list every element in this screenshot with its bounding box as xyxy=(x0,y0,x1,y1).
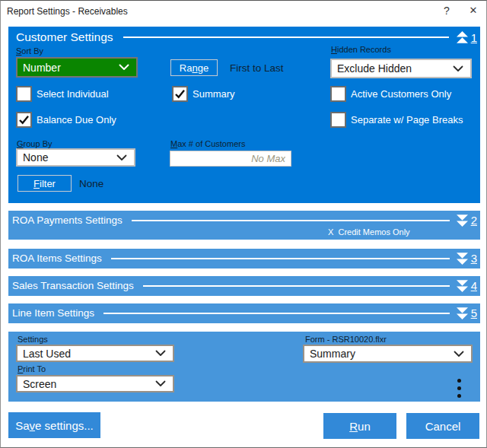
select-individual-checkbox[interactable]: Select Individual xyxy=(16,85,109,102)
sort-by-label: Sort By xyxy=(16,46,43,56)
header-rule xyxy=(132,220,450,221)
chevron-down-icon xyxy=(116,154,127,161)
header-rule xyxy=(111,258,450,259)
line-item-panel: Line Item Settings 5 xyxy=(8,303,480,323)
max-customers-input[interactable] xyxy=(170,151,291,167)
filter-button[interactable]: Filter xyxy=(18,175,72,192)
hidden-records-value: Exclude Hidden xyxy=(332,62,453,75)
roa-items-header[interactable]: ROA Items Settings 3 xyxy=(8,249,480,265)
dot xyxy=(457,379,461,383)
window-title: Report Settings - Receivables xyxy=(7,6,128,17)
checkbox-box[interactable] xyxy=(16,86,32,102)
print-to-value: Screen xyxy=(18,378,155,390)
roa-payments-panel: ROA Payments Settings 2 X Credit Memos O… xyxy=(8,211,480,240)
settings-select[interactable]: Last Used xyxy=(16,345,174,362)
cancel-button[interactable]: Cancel xyxy=(406,413,479,439)
sort-by-select[interactable]: Number xyxy=(16,57,138,78)
filter-value: None xyxy=(79,178,103,189)
section-number[interactable]: 4 xyxy=(471,279,477,292)
expand-icon[interactable] xyxy=(456,214,469,227)
chevron-down-icon xyxy=(155,380,166,387)
roa-payments-summary-note: X Credit Memos Only xyxy=(328,227,410,237)
button-label: Save settings... xyxy=(15,419,94,432)
summary-checkbox[interactable]: Summary xyxy=(172,85,235,102)
dot xyxy=(457,386,461,390)
button-label: Run xyxy=(349,420,371,433)
group-by-select[interactable]: None xyxy=(16,148,135,167)
sort-by-value: Number xyxy=(18,62,119,74)
form-select[interactable]: Summary xyxy=(303,345,473,363)
section-title: Sales Transaction Settings xyxy=(12,280,134,291)
help-icon[interactable]: ? xyxy=(437,3,457,18)
section-number[interactable]: 5 xyxy=(471,307,477,319)
button-label: Range xyxy=(180,62,208,74)
expand-icon[interactable] xyxy=(456,253,469,265)
sales-transaction-panel: Sales Transaction Settings 4 xyxy=(8,276,480,296)
form-value: Summary xyxy=(304,348,454,360)
customer-settings-panel: Customer Settings 1 Sort By Number Range… xyxy=(8,27,480,203)
close-icon[interactable]: ✕ xyxy=(463,3,483,18)
settings-label: Settings xyxy=(18,335,48,344)
button-label: Filter xyxy=(33,178,56,189)
sales-transaction-header[interactable]: Sales Transaction Settings 4 xyxy=(8,276,480,292)
expand-icon[interactable] xyxy=(456,307,469,319)
print-to-label: Print To xyxy=(18,364,46,373)
section-title: ROA Items Settings xyxy=(12,253,102,264)
chevron-down-icon xyxy=(453,65,463,72)
range-value: First to Last xyxy=(230,62,284,74)
section-number[interactable]: 3 xyxy=(471,252,477,265)
checkmark-icon xyxy=(18,114,30,126)
report-settings-dialog: Report Settings - Receivables ? ✕ Custom… xyxy=(0,0,487,448)
settings-value: Last Used xyxy=(18,348,155,360)
active-customers-only-checkbox[interactable]: Active Customers Only xyxy=(330,85,451,102)
roa-items-panel: ROA Items Settings 3 xyxy=(8,249,480,268)
print-to-select[interactable]: Screen xyxy=(16,375,174,392)
chevron-down-icon xyxy=(155,350,166,357)
hidden-records-select[interactable]: Exclude Hidden xyxy=(330,59,472,78)
run-button[interactable]: Run xyxy=(323,413,396,439)
checkbox-box[interactable] xyxy=(172,86,188,102)
header-rule xyxy=(103,313,450,314)
output-panel: Settings Last Used Form - RSR10020.flxr … xyxy=(8,332,480,402)
range-button[interactable]: Range xyxy=(170,59,218,76)
customer-settings-header[interactable]: Customer Settings 1 xyxy=(8,27,480,44)
more-options-icon[interactable] xyxy=(457,377,461,399)
section-number[interactable]: 2 xyxy=(471,214,477,227)
chevron-down-icon xyxy=(454,351,464,357)
balance-due-only-checkbox[interactable]: Balance Due Only xyxy=(16,111,116,128)
checkbox-box[interactable] xyxy=(330,112,346,128)
checkbox-box[interactable] xyxy=(330,86,346,102)
collapse-icon[interactable] xyxy=(456,31,469,43)
section-title: Customer Settings xyxy=(16,30,113,44)
section-title: ROA Payments Settings xyxy=(12,214,123,226)
checkbox-box[interactable] xyxy=(16,112,32,128)
section-number[interactable]: 1 xyxy=(471,31,477,44)
form-label: Form - RSR10020.flxr xyxy=(305,335,387,344)
dot xyxy=(457,394,461,398)
expand-icon[interactable] xyxy=(456,280,469,292)
group-by-label: Group By xyxy=(17,139,52,148)
section-title: Line Item Settings xyxy=(12,307,94,319)
header-rule xyxy=(143,285,450,287)
checkmark-icon xyxy=(174,88,186,100)
chevron-down-icon xyxy=(119,64,129,71)
group-by-value: None xyxy=(18,151,116,164)
separate-page-breaks-checkbox[interactable]: Separate w/ Page Breaks xyxy=(330,111,463,128)
header-rule xyxy=(123,37,449,38)
hidden-records-label: Hidden Records xyxy=(331,45,391,54)
roa-payments-header[interactable]: ROA Payments Settings 2 xyxy=(8,211,480,227)
save-settings-button[interactable]: Save settings... xyxy=(8,412,100,438)
line-item-header[interactable]: Line Item Settings 5 xyxy=(8,303,480,319)
max-customers-label: Max # of Customers xyxy=(170,139,245,148)
